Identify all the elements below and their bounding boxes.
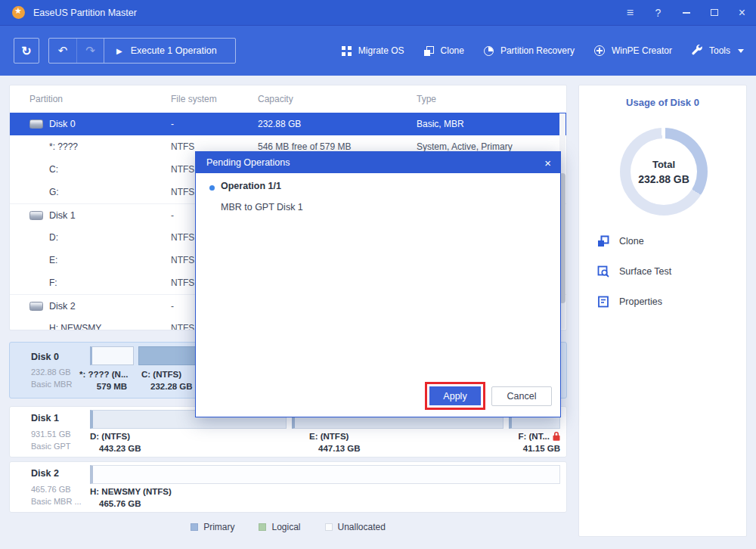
properties-icon <box>597 296 609 308</box>
table-cell: 232.88 GB <box>258 113 301 135</box>
dialog-header: Pending Operations × <box>196 152 560 173</box>
partition-label: H: NEWSMY (NTFS)465.76 GB <box>90 487 226 508</box>
table-cell: H: NEWSMY <box>49 317 101 330</box>
toolbar-item-label: Tools <box>709 45 730 56</box>
legend-label: Primary <box>203 522 234 532</box>
minimize-button[interactable] <box>672 0 700 25</box>
disk-map-name: Disk 0 <box>31 352 59 362</box>
undo-button[interactable]: ↶ <box>49 39 76 63</box>
legend-label: Logical <box>271 522 300 532</box>
toolbar: ↻ ↶ ↷ ▶ Execute 1 Operation Migrate OSCl… <box>0 25 756 76</box>
legend-swatch <box>259 523 266 531</box>
clone-icon <box>424 46 434 56</box>
disk-map-scheme: Basic MBR ... <box>31 497 82 506</box>
table-cell: Disk 0 <box>49 113 76 135</box>
table-cell: E: <box>49 249 57 271</box>
sidebar-action-properties[interactable]: Properties <box>597 294 662 309</box>
app-title: EaseUS Partition Master <box>33 8 137 18</box>
operation-description: MBR to GPT Disk 1 <box>221 202 303 212</box>
apply-button[interactable]: Apply <box>429 386 481 405</box>
disk-usage-donut: Total 232.88 GB <box>620 128 708 216</box>
partition-label: D: (NTFS)443.23 GB <box>90 432 196 453</box>
sidebar-action-clone[interactable]: Clone <box>597 234 644 249</box>
table-row-disk-disk-0[interactable]: Disk 0-232.88 GBBasic, MBR <box>10 113 566 135</box>
sidebar-action-label: Clone <box>619 236 644 247</box>
partition-name: *: ???? (N... <box>79 370 144 379</box>
window-controls: ≡?× <box>616 0 756 25</box>
partition-bar--n-[interactable] <box>90 346 134 365</box>
sidebar-action-surface-test[interactable]: Surface Test <box>597 264 671 279</box>
column-file-system: File system <box>171 85 217 113</box>
help-button[interactable]: ? <box>644 0 672 25</box>
toolbar-clone[interactable]: Clone <box>424 45 464 56</box>
table-cell: Disk 1 <box>49 204 76 227</box>
toolbar-tools[interactable]: Tools <box>692 45 744 57</box>
sidebar-action-label: Surface Test <box>619 266 671 277</box>
disk-map-size: 232.88 GB <box>31 368 71 377</box>
legend-item-logical: Logical <box>259 522 300 532</box>
chevron-down-icon <box>738 49 744 53</box>
refresh-button[interactable]: ↻ <box>14 38 39 64</box>
redo-icon: ↷ <box>85 44 95 57</box>
redo-button[interactable]: ↷ <box>76 39 104 63</box>
wrench-icon <box>692 45 702 57</box>
operation-bullet-icon <box>209 185 215 191</box>
table-cell: F: <box>49 271 57 294</box>
minimize-icon <box>683 12 690 14</box>
table-cell: NTFS <box>171 135 194 158</box>
partition-name: F: (NT... <box>494 432 560 441</box>
table-cell: NTFS <box>171 158 194 181</box>
disk-map-disk-2[interactable]: Disk 2465.76 GBBasic MBR ...H: NEWSMY (N… <box>9 461 567 513</box>
legend-item-primary: Primary <box>191 522 234 532</box>
table-cell: D: <box>49 226 58 249</box>
sidebar-action-label: Properties <box>619 296 662 307</box>
donut-center: Total 232.88 GB <box>631 138 697 205</box>
partition-bar-h-newsmy-ntfs-[interactable] <box>90 465 560 484</box>
disk-map-size: 465.76 GB <box>31 485 71 494</box>
table-cell: Disk 2 <box>49 295 76 318</box>
app-window: EaseUS Partition Master ≡?× ↻ ↶ ↷ ▶ Exec… <box>0 0 756 549</box>
play-icon: ▶ <box>116 47 122 55</box>
execute-operation-button[interactable]: ▶ Execute 1 Operation <box>104 39 235 63</box>
sidebar: Usage of Disk 0 Total 232.88 GB Clone Su… <box>578 85 747 537</box>
legend-swatch <box>325 523 333 531</box>
operation-group: ↶ ↷ ▶ Execute 1 Operation <box>48 38 236 64</box>
pending-operations-dialog: Pending Operations × Operation 1/1 MBR t… <box>195 151 561 417</box>
partition-size: 443.23 GB <box>90 444 196 453</box>
execute-operation-label: Execute 1 Operation <box>131 45 217 56</box>
lock-icon <box>553 432 560 441</box>
donut-total-label: Total <box>652 159 675 170</box>
maximize-button[interactable] <box>700 0 728 25</box>
menu-button[interactable]: ≡ <box>616 0 644 25</box>
disk-icon <box>29 119 43 129</box>
partition-size: 579 MB <box>79 382 144 391</box>
toolbar-item-label: Migrate OS <box>358 45 404 56</box>
toolbar-partition-recovery[interactable]: Partition Recovery <box>484 45 575 56</box>
cancel-button[interactable]: Cancel <box>491 386 552 406</box>
legend: PrimaryLogicalUnallocated <box>9 522 567 532</box>
table-cell: C: <box>49 158 58 181</box>
close-button[interactable]: × <box>728 0 756 25</box>
toolbar-item-label: Partition Recovery <box>500 45 575 56</box>
toolbar-item-label: WinPE Creator <box>612 45 672 56</box>
table-cell: Basic, MBR <box>417 113 464 135</box>
column-partition: Partition <box>29 85 63 113</box>
table-cell: NTFS <box>171 226 194 249</box>
undo-icon: ↶ <box>58 44 68 57</box>
legend-swatch <box>191 523 198 531</box>
donut-total-value: 232.88 GB <box>638 173 689 185</box>
pie-icon <box>484 46 494 56</box>
table-cell: NTFS <box>171 181 194 203</box>
clone-icon <box>597 235 609 247</box>
dialog-close-icon[interactable]: × <box>544 157 551 169</box>
partition-size: 465.76 GB <box>90 499 226 508</box>
legend-item-unallocated: Unallocated <box>325 522 386 532</box>
toolbar-winpe-creator[interactable]: WinPE Creator <box>594 45 672 56</box>
plus-circle-icon <box>594 45 605 56</box>
partition-name: E: (NTFS) <box>309 432 415 441</box>
disk-icon <box>29 211 43 220</box>
toolbar-migrate-os[interactable]: Migrate OS <box>342 45 404 56</box>
partition-size: 41.15 GB <box>494 444 560 453</box>
titlebar: EaseUS Partition Master ≡?× <box>0 0 756 25</box>
table-cell: NTFS <box>171 249 194 271</box>
